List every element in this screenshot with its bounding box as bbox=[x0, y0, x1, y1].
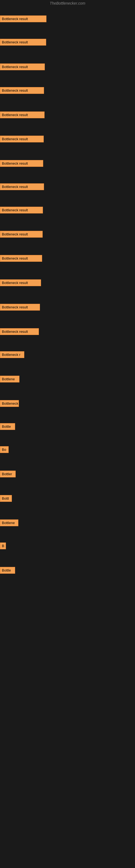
bottleneck-result-13: Bottleneck result bbox=[0, 304, 40, 311]
bottleneck-result-1: Bottleneck result bbox=[0, 16, 46, 22]
bottleneck-result-15: Bottleneck r bbox=[0, 351, 24, 358]
bottleneck-result-9: Bottleneck result bbox=[0, 207, 43, 214]
bottleneck-result-17: Bottleneck bbox=[0, 400, 19, 407]
bottleneck-result-14: Bottleneck result bbox=[0, 328, 39, 335]
bottleneck-result-7: Bottleneck result bbox=[0, 160, 43, 167]
bottleneck-result-21: Bottl bbox=[0, 495, 12, 502]
bottleneck-result-12: Bottleneck result bbox=[0, 279, 41, 286]
bottleneck-result-18: Bottle bbox=[0, 423, 15, 430]
site-title: TheBottlenecker.com bbox=[0, 0, 135, 6]
bottleneck-result-22: Bottlene bbox=[0, 520, 18, 526]
bottleneck-result-8: Bottleneck result bbox=[0, 183, 44, 190]
bottleneck-result-11: Bottleneck result bbox=[0, 255, 42, 262]
bottleneck-result-19: Bo bbox=[0, 446, 9, 453]
bottleneck-result-20: Bottler bbox=[0, 471, 16, 477]
bottleneck-result-2: Bottleneck result bbox=[0, 39, 46, 45]
bottleneck-result-5: Bottleneck result bbox=[0, 112, 45, 118]
bottleneck-result-23: B bbox=[0, 542, 6, 549]
bottleneck-result-4: Bottleneck result bbox=[0, 87, 44, 94]
bottleneck-result-24: Bottle bbox=[0, 567, 15, 574]
bottleneck-result-16: Bottlene bbox=[0, 376, 19, 382]
bottleneck-result-6: Bottleneck result bbox=[0, 135, 44, 143]
bottleneck-result-10: Bottleneck result bbox=[0, 231, 43, 238]
bottleneck-result-3: Bottleneck result bbox=[0, 63, 45, 70]
